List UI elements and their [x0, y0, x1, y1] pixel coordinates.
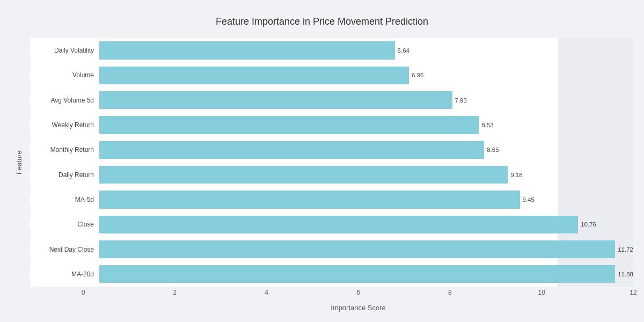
table-row: Close10.76: [30, 212, 633, 237]
table-row: Weekly Return8.53: [30, 113, 633, 137]
bar-value-label: 11.72: [618, 246, 633, 253]
bar-track: 8.65: [99, 137, 633, 162]
bar-fill: [99, 240, 615, 258]
bar-fill: [99, 191, 520, 208]
bar-track: 9.45: [99, 187, 633, 212]
bar-fill: [99, 41, 395, 59]
table-row: MA-5d9.45: [30, 187, 633, 212]
bar-label: Volume: [30, 71, 99, 79]
bar-track: 11.88: [99, 262, 633, 287]
bar-label: Weekly Return: [30, 121, 99, 129]
table-row: Volume6.96: [30, 63, 633, 87]
bar-track: 7.93: [99, 88, 633, 113]
bar-value-label: 7.93: [455, 97, 467, 104]
bar-track: 11.72: [99, 237, 633, 261]
bar-fill: [99, 116, 479, 134]
y-axis-label: Feature: [11, 38, 27, 287]
bar-fill: [99, 91, 452, 109]
bar-value-label: 10.76: [581, 221, 596, 228]
x-tick: 6: [356, 289, 360, 296]
bar-track: 6.64: [99, 38, 633, 63]
bar-value-label: 9.45: [523, 196, 535, 203]
bar-value-label: 6.96: [412, 72, 423, 78]
bar-fill: [99, 166, 508, 184]
table-row: MA-20d11.88: [30, 262, 633, 287]
x-tick: 12: [630, 289, 636, 296]
table-row: Daily Volatility6.64: [30, 38, 633, 63]
bar-label: MA-20d: [30, 270, 99, 278]
bar-track: 10.76: [99, 212, 633, 237]
x-axis-label: Importance Score: [11, 304, 633, 312]
bar-track: 8.53: [99, 113, 633, 137]
bar-label: Monthly Return: [30, 146, 99, 153]
bar-value-label: 8.53: [481, 122, 493, 128]
bar-fill: [99, 216, 578, 233]
bar-fill: [99, 141, 484, 159]
x-tick: 4: [265, 289, 268, 296]
bar-label: Daily Volatility: [30, 47, 99, 54]
bar-label: Daily Return: [30, 171, 99, 179]
table-row: Monthly Return8.65: [30, 137, 633, 162]
bar-fill: [99, 265, 615, 283]
x-tick-container: 024681012: [83, 289, 633, 299]
x-axis-ticks: 024681012: [11, 289, 633, 299]
x-tick: 8: [448, 289, 452, 296]
plot-area: Daily Volatility6.64Volume6.96Avg Volume…: [30, 38, 633, 287]
bar-label: Avg Volume 5d: [30, 97, 99, 104]
bar-label: Close: [30, 221, 99, 228]
bar-label: Next Day Close: [30, 246, 99, 253]
table-row: Next Day Close11.72: [30, 237, 633, 261]
bar-label: MA-5d: [30, 196, 99, 203]
bar-value-label: 11.88: [618, 271, 633, 277]
x-tick: 10: [538, 289, 545, 296]
bar-value-label: 8.65: [487, 147, 499, 153]
bar-track: 6.96: [99, 63, 633, 87]
bar-fill: [99, 67, 409, 84]
bar-value-label: 9.18: [510, 172, 522, 178]
x-tick: 2: [173, 289, 177, 296]
bar-track: 9.18: [99, 162, 633, 187]
bars-section: Daily Volatility6.64Volume6.96Avg Volume…: [30, 38, 633, 287]
table-row: Daily Return9.18: [30, 162, 633, 187]
table-row: Avg Volume 5d7.93: [30, 88, 633, 113]
chart-container: Feature Importance in Price Movement Pre…: [0, 0, 644, 322]
chart-title: Feature Importance in Price Movement Pre…: [11, 16, 633, 27]
x-tick: 0: [82, 289, 85, 296]
bar-value-label: 6.64: [398, 47, 409, 54]
